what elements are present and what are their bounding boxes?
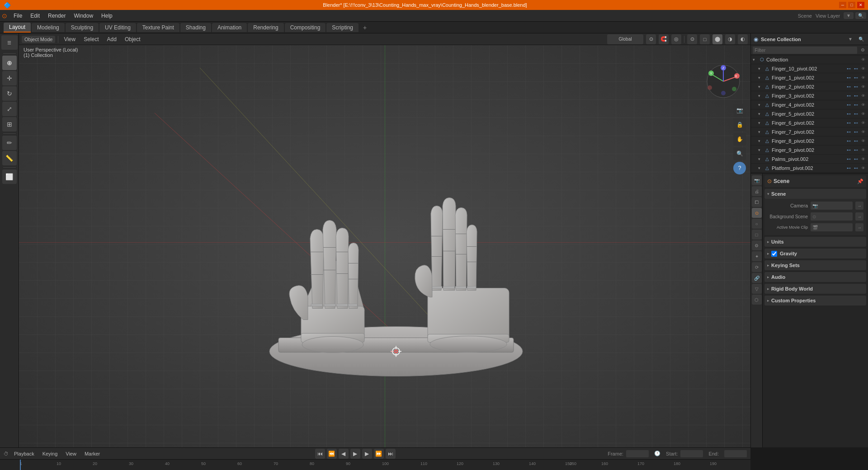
- gravity-checkbox[interactable]: [771, 251, 777, 257]
- audio-section-header[interactable]: ▸ Audio: [764, 272, 866, 282]
- close-button[interactable]: ✕: [857, 2, 864, 8]
- view-zoom-icon[interactable]: 🔍: [733, 147, 746, 160]
- props-tab-physics[interactable]: ⟳: [752, 262, 762, 272]
- vp-menu-add[interactable]: Add: [104, 35, 119, 43]
- info-bar-toggle[interactable]: 🔍: [855, 12, 866, 19]
- add-cube-tool[interactable]: ⬜: [2, 169, 17, 184]
- menu-edit[interactable]: Edit: [27, 12, 43, 20]
- view-camera[interactable]: 📷: [733, 104, 746, 117]
- tab-modeling[interactable]: Modeling: [32, 23, 65, 32]
- palms-restrict2[interactable]: ⊷: [853, 156, 859, 162]
- palms-restrict[interactable]: ⊷: [845, 156, 852, 162]
- outliner-item-platform[interactable]: ▾ △ Platform_pivot.002 ⊷ ⊷ 👁: [751, 164, 868, 173]
- background-scene-field[interactable]: ⊙: [811, 212, 853, 221]
- platform-restrict2[interactable]: ⊷: [853, 165, 859, 171]
- item-0-restrict[interactable]: ⊷: [853, 66, 859, 72]
- vp-menu-view[interactable]: View: [61, 35, 78, 43]
- tab-uv-editing[interactable]: UV Editing: [99, 23, 136, 32]
- tl-marker[interactable]: Marker: [82, 450, 103, 457]
- item-3-visibility[interactable]: 👁: [860, 93, 866, 99]
- item-4-visibility[interactable]: 👁: [860, 102, 866, 108]
- item-5-restrict2[interactable]: ⊷: [853, 111, 859, 117]
- scene-section-header[interactable]: ▾ Scene: [764, 189, 866, 199]
- props-pin-btn[interactable]: 📌: [857, 179, 863, 184]
- tab-add[interactable]: +: [359, 23, 370, 33]
- end-frame-input[interactable]: 250: [724, 450, 747, 457]
- item-6-restrict2[interactable]: ⊷: [853, 120, 859, 126]
- cursor-tool[interactable]: ⊕: [2, 56, 17, 70]
- tc-prev-keyframe[interactable]: ⏪: [327, 449, 337, 459]
- item-9-restrict2[interactable]: ⊷: [853, 147, 859, 153]
- menu-window[interactable]: Window: [70, 12, 97, 20]
- tab-layout[interactable]: Layout: [4, 23, 31, 33]
- scene-canvas[interactable]: X Y Z 📷 🔒 ✋: [19, 45, 750, 447]
- vp-menu-select[interactable]: Select: [81, 35, 101, 43]
- tl-keying[interactable]: Keying: [40, 450, 61, 457]
- tc-step-back[interactable]: ◀: [339, 449, 349, 459]
- outliner-item-9[interactable]: ▾ △ Finger_9_pivot.002 ⊷ ⊷ 👁: [751, 146, 868, 155]
- props-tab-constraints[interactable]: 🔗: [752, 273, 762, 283]
- outliner-item-1[interactable]: ▾ △ Finger_1_pivot.002 ⊷ ⊷ 👁: [751, 73, 868, 82]
- props-tab-output[interactable]: 🖨: [752, 186, 762, 196]
- tc-jump-start[interactable]: ⏮: [315, 449, 325, 459]
- camera-value-field[interactable]: 📷: [811, 202, 853, 210]
- props-tab-view-layer[interactable]: ⧠: [752, 197, 762, 207]
- outliner-search-input[interactable]: [753, 47, 857, 54]
- tab-shading[interactable]: Shading: [180, 23, 211, 32]
- units-section-header[interactable]: ▸ Units: [764, 237, 866, 247]
- engine-selector[interactable]: ▼: [844, 12, 854, 19]
- keying-sets-header[interactable]: ▸ Keying Sets: [764, 260, 866, 270]
- item-9-restrict[interactable]: ⊷: [845, 147, 852, 153]
- props-tab-scene[interactable]: ⊙: [752, 208, 762, 218]
- item-1-visibility[interactable]: 👁: [860, 75, 866, 81]
- current-frame-input[interactable]: 1: [626, 450, 649, 457]
- props-tab-render[interactable]: 📷: [752, 175, 762, 185]
- tc-jump-end[interactable]: ⏭: [386, 449, 396, 459]
- item-1-restrict[interactable]: ⊷: [853, 75, 859, 81]
- mode-select-btn[interactable]: ☰: [1, 35, 18, 50]
- outliner-item-0[interactable]: ▾ △ Finger_10_pivot.002 ⊷ ⊷ 👁: [751, 64, 868, 73]
- tab-scripting[interactable]: Scripting: [326, 23, 359, 32]
- outliner-filter-btn[interactable]: ▼: [846, 35, 854, 43]
- outliner-filter-options[interactable]: ⚙: [859, 47, 866, 54]
- menu-render[interactable]: Render: [44, 12, 69, 20]
- active-movie-clip-field[interactable]: 🎬: [811, 223, 853, 231]
- pivot-point[interactable]: ⊙: [646, 34, 656, 44]
- viewport-shading-rendered[interactable]: ◐: [738, 34, 748, 44]
- viewport-shading-solid[interactable]: ⬤: [712, 34, 722, 44]
- palms-visibility[interactable]: 👁: [860, 156, 866, 162]
- outliner-item-4[interactable]: ▾ △ Finger_4_pivot.002 ⊷ ⊷ 👁: [751, 100, 868, 109]
- view-question[interactable]: ?: [733, 162, 746, 174]
- viewport-overlays[interactable]: ⊙: [687, 34, 697, 44]
- move-tool[interactable]: ✛: [2, 71, 17, 85]
- movie-clip-btn[interactable]: →: [855, 223, 863, 231]
- item-8-restrict[interactable]: ⊷: [845, 138, 852, 144]
- outliner-item-6[interactable]: ▾ △ Finger_6_pivot.002 ⊷ ⊷ 👁: [751, 118, 868, 127]
- scene-collection-visibility[interactable]: 👁: [860, 56, 866, 63]
- item-6-visibility[interactable]: 👁: [860, 120, 866, 126]
- item-6-restrict[interactable]: ⊷: [845, 120, 852, 126]
- tc-next-keyframe[interactable]: ⏩: [374, 449, 384, 459]
- props-tab-particles[interactable]: ✦: [752, 251, 762, 261]
- item-9-visibility[interactable]: 👁: [860, 147, 866, 153]
- rigid-body-header[interactable]: ▸ Rigid Body World: [764, 284, 866, 294]
- item-5-visibility[interactable]: 👁: [860, 111, 866, 117]
- start-frame-input[interactable]: 1: [680, 450, 703, 457]
- custom-props-header[interactable]: ▸ Custom Properties: [764, 296, 866, 306]
- outliner-item-3[interactable]: ▾ △ Finger_3_pivot.002 ⊷ ⊷ 👁: [751, 91, 868, 100]
- camera-select-btn[interactable]: →: [855, 202, 863, 210]
- outliner-item-2[interactable]: ▾ △ Finger_2_pivot.002 ⊷ ⊷ 👁: [751, 82, 868, 91]
- tab-rendering[interactable]: Rendering: [248, 23, 283, 32]
- item-0-visibility[interactable]: 👁: [860, 66, 866, 72]
- viewport-shading-material[interactable]: ◑: [725, 34, 735, 44]
- props-tab-object[interactable]: □: [752, 230, 762, 240]
- platform-restrict[interactable]: ⊷: [845, 165, 852, 171]
- rotate-tool[interactable]: ↻: [2, 86, 17, 101]
- item-7-restrict[interactable]: ⊷: [845, 129, 852, 135]
- item-2-visibility[interactable]: 👁: [860, 84, 866, 90]
- props-tab-data[interactable]: ▽: [752, 284, 762, 294]
- item-8-visibility[interactable]: 👁: [860, 138, 866, 144]
- tl-view[interactable]: View: [63, 450, 79, 457]
- props-tab-material[interactable]: ⬡: [752, 295, 762, 305]
- background-scene-btn[interactable]: →: [855, 212, 863, 221]
